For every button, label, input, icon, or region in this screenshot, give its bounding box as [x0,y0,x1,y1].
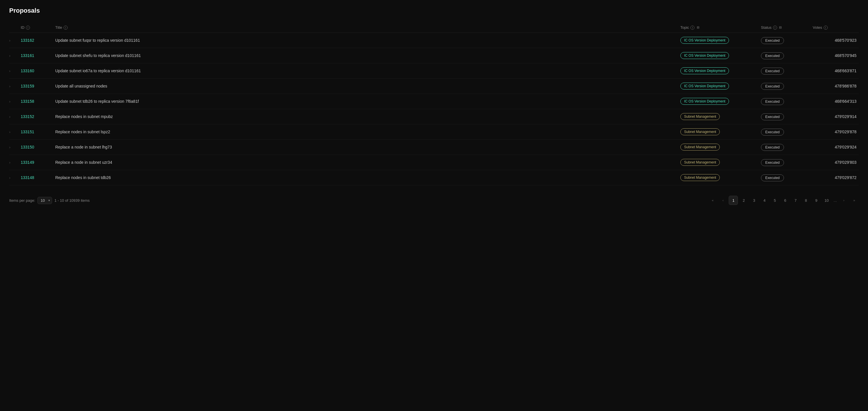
row-status-4: Executed [761,99,813,104]
row-topic-0: IC OS Version Deployment [680,37,761,44]
row-id-8[interactable]: 133149 [21,160,55,165]
row-expand-0[interactable]: › [9,38,21,42]
topic-badge-8[interactable]: Subnet Management [680,159,720,166]
row-votes-1: 468'570'945 [813,53,859,58]
chevron-icon[interactable]: › [9,145,10,149]
status-badge-1: Executed [761,52,784,59]
row-topic-7: Subnet Management [680,144,761,151]
row-id-3[interactable]: 133159 [21,84,55,88]
row-topic-9: Subnet Management [680,174,761,181]
row-id-2[interactable]: 133160 [21,68,55,73]
row-expand-9[interactable]: › [9,175,21,180]
row-title-6: Replace nodes in subnet lspz2 [55,129,680,134]
row-status-8: Executed [761,160,813,165]
page-7-button[interactable]: 7 [791,196,800,205]
row-id-6[interactable]: 133151 [21,129,55,134]
chevron-icon[interactable]: › [9,38,10,42]
row-expand-1[interactable]: › [9,53,21,58]
topic-badge-4[interactable]: IC OS Version Deployment [680,98,729,105]
row-votes-8: 479'029'803 [813,160,859,165]
table-row: › 133152 Replace nodes in subnet mpubz S… [9,109,859,124]
first-page-button[interactable]: « [708,196,717,205]
page-4-button[interactable]: 4 [760,196,769,205]
topic-badge-6[interactable]: Subnet Management [680,128,720,135]
id-column-header: ID i [21,25,55,30]
row-status-0: Executed [761,38,813,42]
topic-badge-3[interactable]: IC OS Version Deployment [680,83,729,90]
row-id-9[interactable]: 133148 [21,175,55,180]
row-id-0[interactable]: 133162 [21,38,55,42]
items-per-page-select[interactable]: 10 25 50 [37,197,52,204]
page-10-button[interactable]: 10 [822,196,831,205]
row-title-2: Update subnet io67a to replica version d… [55,68,680,73]
row-title-0: Update subnet fuqsr to replica version d… [55,38,680,42]
table-row: › 133150 Replace a node in subnet lhg73 … [9,139,859,155]
page-3-button[interactable]: 3 [749,196,758,205]
table-row: › 133148 Replace nodes in subnet tdb26 S… [9,170,859,185]
page-2-button[interactable]: 2 [739,196,748,205]
chevron-icon[interactable]: › [9,130,10,134]
last-page-button[interactable]: » [849,196,859,205]
chevron-icon[interactable]: › [9,161,10,165]
topic-badge-9[interactable]: Subnet Management [680,174,720,181]
table-header: ID i Title i Topic i ⊟ Status i ⊟ Votes … [9,23,859,33]
topic-badge-0[interactable]: IC OS Version Deployment [680,37,729,44]
row-id-7[interactable]: 133150 [21,145,55,149]
status-info-icon[interactable]: i [773,26,777,30]
row-expand-8[interactable]: › [9,160,21,165]
title-col-label: Title [55,25,62,30]
table-row: › 133149 Replace a node in subnet uzr34 … [9,155,859,170]
page-9-button[interactable]: 9 [812,196,821,205]
page-5-button[interactable]: 5 [770,196,779,205]
topic-badge-1[interactable]: IC OS Version Deployment [680,52,729,59]
row-status-9: Executed [761,175,813,180]
page-ellipsis: ... [832,198,838,202]
row-expand-4[interactable]: › [9,99,21,104]
row-topic-3: IC OS Version Deployment [680,83,761,90]
page-1-button[interactable]: 1 [729,196,738,205]
status-filter-icon[interactable]: ⊟ [778,26,782,30]
row-expand-3[interactable]: › [9,84,21,88]
row-id-1[interactable]: 133161 [21,53,55,58]
row-votes-7: 479'029'924 [813,145,859,149]
page-8-button[interactable]: 8 [801,196,810,205]
topic-badge-7[interactable]: Subnet Management [680,144,720,151]
topic-filter-icon[interactable]: ⊟ [696,26,700,30]
row-title-4: Update subnet tdb26 to replica version 7… [55,99,680,104]
next-page-button[interactable]: › [839,196,848,205]
row-status-2: Executed [761,68,813,73]
row-status-1: Executed [761,53,813,58]
row-title-7: Replace a node in subnet lhg73 [55,145,680,149]
chevron-icon[interactable]: › [9,115,10,119]
topic-badge-2[interactable]: IC OS Version Deployment [680,67,729,74]
title-info-icon[interactable]: i [64,26,68,30]
chevron-icon[interactable]: › [9,84,10,88]
row-votes-0: 468'570'923 [813,38,859,42]
row-status-7: Executed [761,145,813,149]
chevron-icon[interactable]: › [9,69,10,73]
row-expand-2[interactable]: › [9,68,21,73]
row-votes-5: 479'029'914 [813,114,859,119]
row-expand-7[interactable]: › [9,145,21,149]
row-id-5[interactable]: 133152 [21,114,55,119]
chevron-icon[interactable]: › [9,54,10,58]
pagination-controls: « ‹ 1 2 3 4 5 6 7 8 9 10 ... › » [708,196,859,205]
row-title-3: Update all unassigned nodes [55,84,680,88]
topic-badge-5[interactable]: Subnet Management [680,113,720,120]
row-expand-6[interactable]: › [9,129,21,134]
status-badge-2: Executed [761,68,784,74]
prev-page-button[interactable]: ‹ [718,196,727,205]
items-per-page-select-wrapper: 10 25 50 [37,197,52,204]
topic-info-icon[interactable]: i [690,26,694,30]
page-6-button[interactable]: 6 [780,196,790,205]
votes-info-icon[interactable]: i [824,26,828,30]
row-id-4[interactable]: 133158 [21,99,55,104]
chevron-icon[interactable]: › [9,100,10,104]
row-expand-5[interactable]: › [9,114,21,119]
id-info-icon[interactable]: i [26,26,30,30]
row-topic-4: IC OS Version Deployment [680,98,761,105]
items-per-page-label: Items per page: [9,198,35,202]
status-badge-6: Executed [761,129,784,135]
table-row: › 133151 Replace nodes in subnet lspz2 S… [9,124,859,139]
chevron-icon[interactable]: › [9,176,10,180]
